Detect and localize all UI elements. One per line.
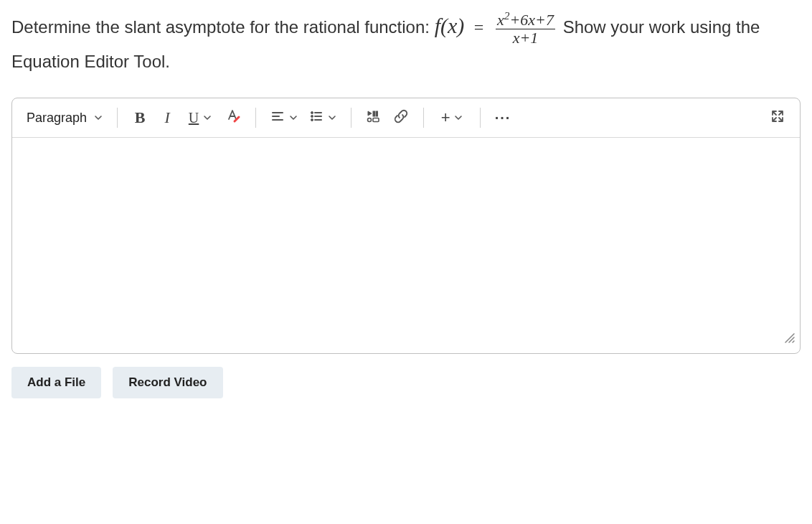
action-buttons-row: Add a File Record Video [11,367,801,398]
toolbar-divider [480,108,481,128]
italic-button[interactable]: I [155,106,179,130]
svg-rect-12 [373,118,379,121]
expand-icon [770,109,785,127]
paragraph-style-select[interactable]: Paragraph [22,108,107,128]
toolbar-divider [255,108,256,128]
question-part1: Determine the slant asymptote for the ra… [11,17,430,37]
svg-point-4 [311,115,313,117]
equals-sign: = [474,18,484,37]
chevron-down-icon [289,113,298,122]
resize-handle-icon[interactable] [783,331,796,347]
fullscreen-button[interactable] [765,106,790,130]
svg-line-15 [793,341,794,342]
fraction-numerator: x2+6x+7 [496,10,555,30]
bold-button[interactable]: B [128,106,152,130]
record-video-button[interactable]: Record Video [113,367,222,398]
insert-plus-button[interactable]: + [434,106,470,130]
svg-point-3 [311,111,313,113]
font-color-button[interactable] [221,106,245,130]
list-button[interactable] [305,106,341,130]
editor-toolbar: Paragraph B I U [12,98,800,138]
insert-media-button[interactable] [362,106,386,130]
chevron-down-icon [94,113,103,122]
align-left-icon [270,109,285,127]
svg-point-11 [368,118,372,121]
svg-point-5 [311,118,313,121]
svg-rect-10 [376,111,378,116]
bullet-list-icon [309,109,324,127]
toolbar-divider [351,108,351,128]
rich-text-editor: Paragraph B I U [11,98,801,354]
question-text: Determine the slant asymptote for the ra… [11,7,801,76]
editor-content-area[interactable] [12,138,800,353]
chevron-down-icon [328,113,336,122]
math-function: f(x) [435,14,470,37]
toolbar-divider [423,108,424,128]
toolbar-divider [117,108,118,128]
add-file-button[interactable]: Add a File [11,367,101,398]
align-button[interactable] [266,106,302,130]
media-icon [366,109,382,127]
chevron-down-icon [454,113,463,122]
math-fraction: x2+6x+7 x+1 [496,10,555,47]
font-color-icon [225,108,241,128]
insert-link-button[interactable] [389,106,413,130]
link-icon [393,108,409,128]
fraction-denominator: x+1 [496,29,555,47]
chevron-down-icon [203,113,212,122]
more-options-button[interactable]: ··· [491,106,515,130]
underline-button[interactable]: U [182,106,218,130]
svg-rect-9 [373,111,375,116]
